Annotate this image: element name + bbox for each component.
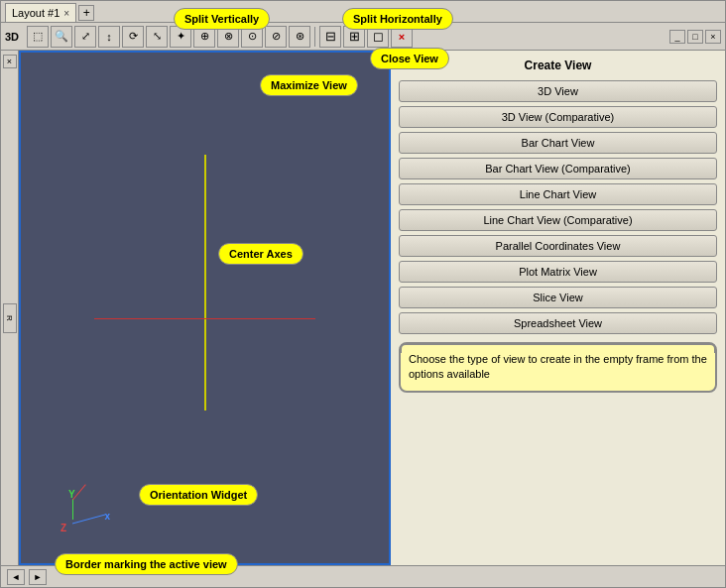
toolbar-btn-3[interactable]: ⤢ xyxy=(74,26,96,48)
callout-split-vertically: Split Vertically xyxy=(174,8,270,30)
orient-z-label: Z xyxy=(60,523,66,533)
main-window: Layout #1 × + 3D ⬚ 🔍 ⤢ ↕ ⟳ ⤡ ✦ ⊕ ⊗ ⊙ ⊘ ⊛… xyxy=(0,0,726,588)
callout-center-axes: Center Axes xyxy=(218,243,303,265)
sidebar-btn-r[interactable]: R xyxy=(3,303,17,333)
window-controls: _ □ × xyxy=(669,30,721,44)
toolbar-btn-12[interactable]: ⊛ xyxy=(289,26,310,48)
view-btn-bar-chart[interactable]: Bar Chart View xyxy=(399,132,717,154)
toolbar-btn-5[interactable]: ⟳ xyxy=(122,26,144,48)
axis-red xyxy=(94,318,315,319)
view-btn-spreadsheet[interactable]: Spreadsheet View xyxy=(399,312,717,334)
toolbar-sep-1 xyxy=(314,27,315,47)
toolbar-btn-2[interactable]: 🔍 xyxy=(51,26,72,48)
content-area: × R Y x Z Create View 3D View xyxy=(1,51,725,565)
view-btn-3d-comparative[interactable]: 3D View (Comparative) xyxy=(399,106,717,128)
tab-add-btn[interactable]: + xyxy=(78,5,94,21)
callout-orientation-widget: Orientation Widget xyxy=(139,484,258,506)
callout-split-horizontally: Split Horizontally xyxy=(342,8,453,30)
view-hint: Choose the type of view to create in the… xyxy=(399,342,717,393)
orient-x-label: x xyxy=(104,511,110,522)
right-panel: Create View 3D View 3D View (Comparative… xyxy=(391,51,725,565)
callout-border: Border marking the active view xyxy=(55,553,238,575)
split-vertically-btn[interactable]: ⊟ xyxy=(319,26,341,48)
win-maximize-btn[interactable]: □ xyxy=(687,30,703,44)
tab-close-btn[interactable]: × xyxy=(63,8,69,19)
toolbar-btn-6[interactable]: ⤡ xyxy=(146,26,168,48)
view-btn-line-chart[interactable]: Line Chart View xyxy=(399,183,717,205)
view-btn-plot-matrix[interactable]: Plot Matrix View xyxy=(399,261,717,283)
view-btn-line-chart-comparative[interactable]: Line Chart View (Comparative) xyxy=(399,209,717,231)
callout-close-view: Close View xyxy=(370,48,449,69)
orient-y-label: Y xyxy=(68,489,75,500)
mode-3d-label: 3D xyxy=(5,31,19,43)
view-btn-bar-chart-comparative[interactable]: Bar Chart View (Comparative) xyxy=(399,158,717,179)
toolbar-btn-1[interactable]: ⬚ xyxy=(27,26,49,48)
orientation-widget: Y x Z xyxy=(51,484,110,533)
sidebar-btn-close[interactable]: × xyxy=(3,55,17,68)
toolbar-btn-4[interactable]: ↕ xyxy=(98,26,120,48)
status-btn-left[interactable]: ◄ xyxy=(7,569,25,585)
view-btn-slice[interactable]: Slice View xyxy=(399,287,717,308)
axis-yellow xyxy=(204,155,206,411)
left-sidebar: × R xyxy=(1,51,19,565)
status-btn-right[interactable]: ► xyxy=(29,569,47,585)
toolbar-btn-11[interactable]: ⊘ xyxy=(265,26,287,48)
layout-tab[interactable]: Layout #1 × xyxy=(5,3,76,22)
win-close-btn[interactable]: × xyxy=(705,30,721,44)
view-btn-3d[interactable]: 3D View xyxy=(399,80,717,102)
view-btn-parallel-coordinates[interactable]: Parallel Coordinates View xyxy=(399,235,717,257)
tab-label: Layout #1 xyxy=(12,7,60,19)
win-minimize-btn[interactable]: _ xyxy=(669,30,685,44)
callout-maximize: Maximize View xyxy=(260,74,358,96)
